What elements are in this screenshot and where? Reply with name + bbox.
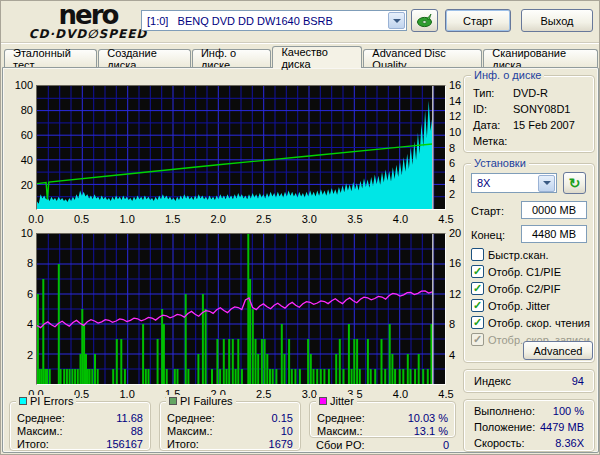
pi-failure-bar [427,369,429,384]
refresh-icon: ↻ [569,176,581,190]
speed-select[interactable]: 8X [471,173,557,193]
progress-done-label: Выполнено: [474,405,535,418]
quality-index-value: 94 [572,375,584,388]
x-axis-tick-label: 2.5 [252,388,276,400]
stat-value: 1679 [269,438,293,451]
po-failures-value: 0 [443,439,449,452]
pi-failure-bar [241,369,243,384]
exit-button[interactable]: Выход [521,9,593,32]
drive-select[interactable]: [1:0] BENQ DVD DD DW1640 BSRB [141,10,407,31]
progress-position-value: 4479 MB [540,421,584,434]
pi-failure-bar [89,369,91,384]
po-failures-label: Сбои PO: [316,439,365,452]
tab-create-disc[interactable]: Создание диска [98,49,191,68]
pi-failure-bar [69,369,71,384]
pi-failure-bar [223,339,225,384]
nero-cd-dvd-speed-window: nero CD·DVD∅SPEED [1:0] BENQ DVD DD DW16… [0,0,600,455]
pi-failures-jitter-chart [36,233,446,385]
pi-failures-color-icon [169,397,177,405]
drive-select-dropdown-button[interactable] [388,12,405,29]
eject-button[interactable] [411,9,438,32]
stat-value: 10 [281,425,293,438]
tab-benchmark[interactable]: Эталонный тест [4,49,97,68]
refresh-speeds-button[interactable]: ↻ [563,172,586,194]
pi-failure-bar [351,369,353,384]
stat-value: 88 [131,425,143,438]
stat-label: Среднее: [167,412,215,425]
pi-failure-bar [80,354,82,384]
start-button[interactable]: Старт [445,9,511,32]
tab-scan-disc[interactable]: Сканирование диска [483,49,598,68]
checkbox-icon: ✓ [471,282,484,295]
pi-failure-bar [269,369,271,384]
speed-select-dropdown-button[interactable] [538,175,555,192]
disc-type-label: Тип: [473,87,494,100]
pi-failure-bar [414,369,416,384]
stat-label: Среднее: [17,412,65,425]
stat-value: 10.03 % [408,412,448,425]
pi-failure-bar [116,339,118,384]
pi-failure-bar [63,369,65,384]
pi-failure-bar [422,369,424,384]
y-axis-tick-label: 40 [7,154,33,166]
disc-date-label: Дата: [473,119,500,132]
pi-failure-bar [255,339,257,384]
disc-date-value: 15 Feb 2007 [513,119,575,132]
pi-failure-bar [83,324,85,384]
pi-failure-bar [374,369,376,384]
pi-failure-bar [261,339,263,384]
pi-failure-bar [157,339,159,384]
progress-speed-value: 8.36X [555,437,584,450]
pi-failure-bar [257,354,259,384]
pi-failure-bar [328,369,330,384]
checkbox-icon: ✓ [471,265,484,278]
scan-end-label: Конец: [471,229,505,242]
pi-failure-bar [41,369,43,384]
pi-failure-bar [272,369,274,384]
pi-failure-bar [42,279,44,384]
progress-panel: Выполнено: 100 % Положение: 4479 MB Скор… [463,399,595,452]
chevron-down-icon [393,19,401,23]
tab-advanced-disc-quality[interactable]: Advanced Disc Quality [363,49,482,68]
advanced-button[interactable]: Advanced [523,341,593,360]
y-axis-tick-label: 4 [7,318,33,330]
pi-failure-bar [389,324,391,384]
scan-end-input[interactable]: 4480 MB [521,225,587,243]
checkbox-label: Отобр. C1/PIE [488,266,561,278]
pi-failure-bar [237,339,239,384]
disc-type-value: DVD-R [513,87,548,100]
stat-value: 0.15 [272,412,293,425]
pi-failure-bar [94,354,96,384]
scan-start-input[interactable]: 0000 MB [521,201,587,219]
speed-select-value: 8X [472,177,538,189]
pi-failure-bar [266,354,268,384]
progress-position-label: Положение: [474,421,535,434]
pi-failures-legend: PI Failures [166,395,236,407]
checkbox-icon: ✓ [471,333,484,346]
progress-speed-label: Скорость: [474,437,525,450]
checkbox-show-c2-pif[interactable]: ✓Отобр. C2/PIF [471,282,560,295]
pi-failure-bar [161,309,163,384]
checkbox-show-c1-pie[interactable]: ✓Отобр. C1/PIE [471,265,561,278]
pi-failure-bar [299,369,301,384]
pi-failure-bar [216,339,218,384]
stat-value: 11.68 [116,412,143,425]
tab-bar: Эталонный тест Создание диска Инф. о дис… [4,47,599,68]
pi-failure-bar [187,369,189,384]
pi-failure-bar [323,369,325,384]
y-axis-tick-label: 80 [7,104,33,116]
pi-failure-bar [197,354,199,384]
x-axis-tick-label: 4.5 [434,213,458,225]
pi-failure-bar [74,369,76,384]
po-failures-row: Сбои PO: 0 [316,439,449,452]
disc-label-label: Метка: [473,135,507,148]
pi-failure-bar [124,369,126,384]
pi-errors-chart [36,85,446,210]
checkbox-fast-scan[interactable]: Быстр.скан. [471,248,549,261]
tab-disc-quality[interactable]: Качество диска [272,46,362,68]
tab-disc-info[interactable]: Инф. о диске [192,49,272,68]
checkbox-show-read-speed[interactable]: ✓Отобр. скор. чтения [471,316,590,329]
pi-failures-stats-box: PI Failures Среднее:0.15 Максим.:10 Итог… [159,401,301,451]
checkbox-show-jitter[interactable]: ✓Отобр. Jitter [471,299,550,312]
checkbox-label: Отобр. скор. чтения [488,317,590,329]
